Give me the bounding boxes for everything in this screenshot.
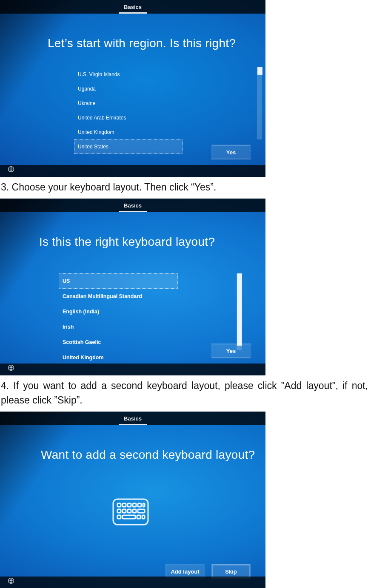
svg-rect-17 xyxy=(123,515,135,519)
scrollbar-thumb[interactable] xyxy=(257,67,262,75)
svg-rect-18 xyxy=(137,515,140,519)
svg-rect-11 xyxy=(117,509,121,513)
svg-rect-12 xyxy=(123,509,126,513)
screenshot-region: Basics Let’s start with region. Is this … xyxy=(0,0,265,177)
instruction-step-4: 4. If you want to add a second keyboard … xyxy=(1,379,368,407)
keyboard-item[interactable]: Canadian Multilingual Standard xyxy=(59,289,178,304)
oobe-bottom-bar xyxy=(0,165,265,177)
region-item[interactable]: United Arab Emirates xyxy=(74,111,183,125)
svg-point-21 xyxy=(11,579,12,580)
scrollbar-thumb[interactable] xyxy=(237,273,242,346)
scrollbar[interactable] xyxy=(237,273,242,350)
keyboard-item-selected[interactable]: US xyxy=(59,273,178,289)
oobe-bottom-bar xyxy=(0,577,265,588)
oobe-tab-basics[interactable]: Basics xyxy=(119,1,147,14)
oobe-tab-basics[interactable]: Basics xyxy=(119,200,147,212)
region-item[interactable]: Ukraine xyxy=(74,96,183,111)
keyboard-icon xyxy=(112,498,149,526)
region-listbox[interactable]: U.S. Virgin Islands Uganda Ukraine Unite… xyxy=(74,67,183,154)
oobe-top-bar: Basics xyxy=(0,412,265,425)
screenshot-second-layout: Basics Want to add a second keyboard lay… xyxy=(0,412,265,588)
region-item-selected[interactable]: United States xyxy=(74,139,183,154)
oobe-top-bar: Basics xyxy=(0,0,265,14)
region-item[interactable]: Uganda xyxy=(74,82,183,96)
oobe-bottom-bar xyxy=(0,364,265,375)
svg-rect-16 xyxy=(117,515,121,519)
svg-rect-14 xyxy=(133,509,136,513)
oobe-tab-basics[interactable]: Basics xyxy=(119,413,147,425)
yes-button[interactable]: Yes xyxy=(212,344,250,358)
keyboard-item[interactable]: Irish xyxy=(59,319,178,335)
svg-point-3 xyxy=(11,366,12,367)
instruction-step-3: 3. Choose your keyboard layout. Then cli… xyxy=(1,180,368,194)
second-layout-heading: Want to add a second keyboard layout? xyxy=(41,448,255,462)
keyboard-item[interactable]: English (India) xyxy=(59,304,178,319)
accessibility-icon[interactable] xyxy=(8,577,14,586)
svg-rect-7 xyxy=(128,503,131,507)
accessibility-icon[interactable] xyxy=(8,364,14,373)
svg-rect-10 xyxy=(143,503,145,507)
svg-rect-15 xyxy=(138,509,145,513)
svg-rect-5 xyxy=(117,503,121,507)
svg-rect-8 xyxy=(133,503,136,507)
keyboard-item[interactable]: United Kingdom xyxy=(59,350,178,365)
accessibility-icon[interactable] xyxy=(8,166,14,174)
svg-rect-13 xyxy=(128,509,131,513)
svg-rect-9 xyxy=(138,503,141,507)
region-item[interactable]: U.S. Virgin Islands xyxy=(74,67,183,82)
oobe-top-bar: Basics xyxy=(0,199,265,212)
screenshot-keyboard-layout: Basics Is this the right keyboard layout… xyxy=(0,199,265,375)
document-page: Basics Let’s start with region. Is this … xyxy=(0,0,368,588)
svg-point-1 xyxy=(11,168,12,169)
region-heading: Let’s start with region. Is this right? xyxy=(48,37,236,50)
keyboard-heading: Is this the right keyboard layout? xyxy=(39,235,215,249)
scrollbar[interactable] xyxy=(257,67,262,139)
keyboard-item[interactable]: Scottish Gaelic xyxy=(59,335,178,350)
svg-rect-19 xyxy=(142,515,145,519)
keyboard-listbox[interactable]: US Canadian Multilingual Standard Englis… xyxy=(59,273,178,365)
yes-button[interactable]: Yes xyxy=(212,145,250,159)
svg-rect-6 xyxy=(123,503,126,507)
region-item[interactable]: United Kingdom xyxy=(74,125,183,139)
